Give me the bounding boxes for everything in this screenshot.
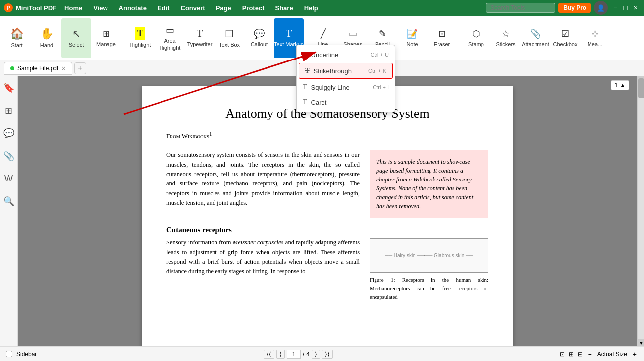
- tool-callout-label: Callout: [251, 41, 268, 48]
- title-bar-left: P MiniTool PDF Home View Annotate Edit C…: [4, 3, 323, 13]
- dropdown-underline-left: T Underline: [303, 51, 338, 59]
- dropdown-squiggly-left: T Squiggly Line: [303, 83, 350, 91]
- dropdown-item-squiggly[interactable]: T Squiggly Line Ctrl + I: [297, 80, 395, 95]
- sidebar-attachments-icon[interactable]: 📎: [1, 149, 16, 164]
- area-highlight-icon: ▭: [166, 25, 174, 36]
- dropdown-caret-label: Caret: [311, 99, 327, 106]
- dropdown-strikethrough-label: Strikethrough: [314, 67, 352, 75]
- menu-protect[interactable]: Protect: [237, 3, 269, 13]
- dropdown-item-strikethrough[interactable]: T Strikethrough Ctrl + K: [299, 63, 393, 79]
- pdf-footnote-marker: 1: [209, 131, 212, 137]
- close-button[interactable]: ×: [631, 3, 640, 13]
- tool-eraser-label: Eraser: [434, 41, 450, 48]
- page-number-input[interactable]: [287, 350, 301, 359]
- pdf-figure: ── Hairy skin ──•── Glabrous skin ──: [370, 238, 488, 273]
- app-logo: P: [4, 3, 13, 12]
- buy-pro-button[interactable]: Buy Pro: [558, 3, 591, 13]
- tool-stamp[interactable]: ⬡ Stamp: [461, 18, 491, 58]
- tool-measure[interactable]: ⊹ Mea...: [580, 18, 610, 58]
- sidebar-toggle[interactable]: [6, 351, 12, 357]
- status-left: Sidebar: [6, 351, 37, 358]
- fit-width-icon[interactable]: ⊞: [569, 351, 574, 358]
- tool-select[interactable]: ↖ Select: [61, 18, 91, 58]
- menu-edit[interactable]: Edit: [153, 3, 175, 13]
- user-avatar[interactable]: 👤: [594, 1, 608, 15]
- left-sidebar: 🔖 ⊞ 💬 📎 W 🔍: [0, 76, 18, 346]
- sidebar-search-icon[interactable]: 🔍: [1, 194, 16, 209]
- pdf-intro-text: Our somatosensory system consists of sen…: [166, 150, 360, 208]
- tool-checkbox[interactable]: ☑ Checkbox: [550, 18, 580, 58]
- zoom-out-button[interactable]: −: [587, 350, 593, 358]
- sidebar-word-icon[interactable]: W: [2, 172, 15, 186]
- sidebar-bookmark-icon[interactable]: 🔖: [1, 80, 16, 95]
- nav-prev-button[interactable]: ⟨: [276, 350, 285, 359]
- tool-text-box[interactable]: ☐ Text Box: [215, 18, 244, 58]
- pdf-figure-caption: Figure 1: Receptors in the human skin: M…: [370, 276, 488, 301]
- scroll-thumb[interactable]: [638, 78, 644, 98]
- squiggly-icon: T: [303, 83, 307, 91]
- tool-highlight-label: Highlight: [130, 42, 151, 48]
- zoom-in-button[interactable]: +: [631, 350, 638, 358]
- note-icon: 📝: [407, 28, 418, 39]
- tool-highlight[interactable]: T Highlight: [125, 18, 155, 58]
- two-page-icon[interactable]: ⊟: [578, 351, 583, 358]
- tool-eraser[interactable]: ⊡ Eraser: [427, 18, 457, 58]
- checkbox-icon: ☑: [561, 28, 569, 39]
- tool-stickers-label: Stickers: [496, 41, 515, 48]
- sidebar-toggle-label[interactable]: Sidebar: [16, 351, 37, 358]
- fit-page-icon[interactable]: ⊡: [560, 351, 565, 358]
- search-tools-input[interactable]: [486, 3, 555, 13]
- tool-note-label: Note: [406, 41, 418, 48]
- vertical-scrollbar[interactable]: ▲ ▼: [637, 76, 644, 346]
- underline-icon: T: [303, 51, 307, 59]
- menu-share[interactable]: Share: [270, 3, 298, 13]
- new-tab-button[interactable]: +: [74, 62, 86, 74]
- menu-help[interactable]: Help: [299, 3, 323, 13]
- tool-area-highlight[interactable]: ▭ Area Highlight: [155, 18, 185, 58]
- text-box-icon: ☐: [225, 28, 234, 40]
- tool-hand-label: Hand: [40, 42, 53, 49]
- dropdown-underline-shortcut: Ctrl + U: [370, 52, 389, 58]
- minimize-button[interactable]: −: [611, 3, 620, 13]
- dropdown-item-caret[interactable]: T Caret: [297, 95, 395, 110]
- pdf-section1-title: Cutaneous receptors: [166, 226, 488, 234]
- dropdown-item-underline[interactable]: T Underline Ctrl + U: [297, 47, 395, 62]
- tool-stickers[interactable]: ☆ Stickers: [491, 18, 521, 58]
- tool-area-highlight-label: Area Highlight: [155, 38, 185, 51]
- scroll-down-button[interactable]: ▼: [638, 339, 644, 346]
- tool-attachment-label: Attachment: [522, 41, 549, 48]
- tab-modified-indicator: [10, 66, 14, 70]
- tool-manage[interactable]: ⊞ Manage: [91, 18, 121, 58]
- typewriter-icon: T: [197, 28, 203, 39]
- nav-last-button[interactable]: ⟩⟩: [322, 350, 333, 359]
- nav-next-button[interactable]: ⟩: [312, 350, 320, 359]
- sidebar-comments-icon[interactable]: 💬: [1, 126, 16, 141]
- tool-start-label: Start: [11, 42, 22, 49]
- tool-hand[interactable]: ✋ Hand: [32, 18, 61, 58]
- nav-first-button[interactable]: ⟨⟨: [264, 350, 274, 359]
- menu-home[interactable]: Home: [59, 3, 87, 13]
- status-center: ⟨⟨ ⟨ / 4 ⟩ ⟩⟩: [264, 350, 333, 359]
- tab-sample-file[interactable]: Sample File.pdf ×: [4, 62, 72, 75]
- maximize-button[interactable]: □: [621, 3, 630, 13]
- sidebar-pages-icon[interactable]: ⊞: [3, 103, 14, 118]
- line-icon: ╱: [321, 28, 326, 39]
- pdf-page: Anatomy of the Somatosensory System From…: [142, 86, 513, 346]
- tool-callout[interactable]: 💬 Callout: [244, 18, 274, 58]
- tool-typewriter[interactable]: T Typewriter: [185, 18, 215, 58]
- menu-convert[interactable]: Convert: [176, 3, 210, 13]
- menu-page[interactable]: Page: [211, 3, 236, 13]
- dropdown-squiggly-shortcut: Ctrl + I: [373, 84, 389, 90]
- tool-note[interactable]: 📝 Note: [397, 18, 427, 58]
- tool-start[interactable]: 🏠 Start: [2, 18, 32, 58]
- caret-icon: T: [303, 98, 307, 106]
- tool-typewriter-label: Typewriter: [187, 41, 213, 48]
- tool-attachment[interactable]: 📎 Attachment: [521, 18, 550, 58]
- tab-close-button[interactable]: ×: [61, 64, 65, 72]
- menu-annotate[interactable]: Annotate: [114, 3, 152, 13]
- menu-view[interactable]: View: [88, 3, 112, 13]
- strikethrough-icon: T: [305, 67, 310, 75]
- callout-icon: 💬: [254, 28, 265, 39]
- dropdown-underline-label: Underline: [311, 51, 339, 59]
- scrollbar-collapse-btn[interactable]: ▲: [620, 82, 626, 89]
